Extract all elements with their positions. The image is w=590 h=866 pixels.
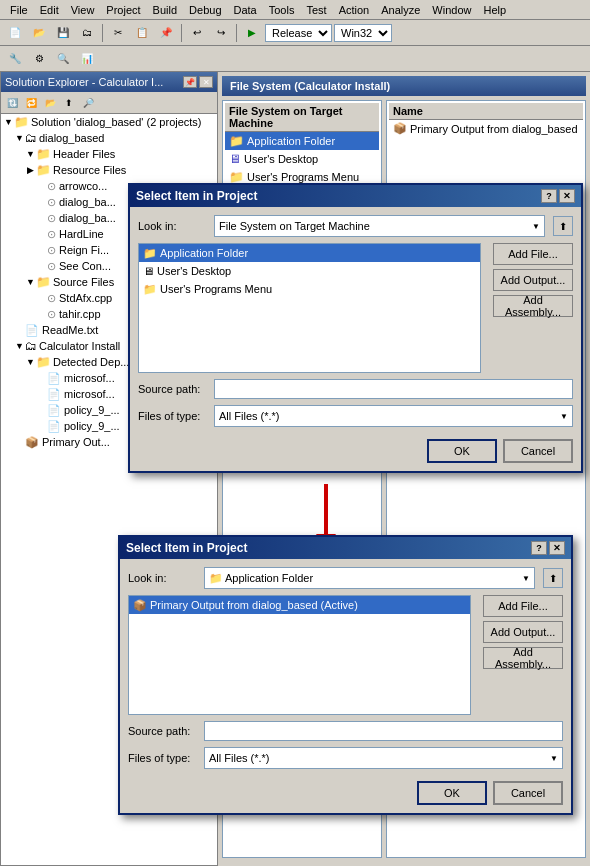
menu-debug[interactable]: Debug — [183, 2, 227, 18]
platform-select[interactable]: Win32 — [334, 24, 392, 42]
undo-button[interactable]: ↩ — [186, 23, 208, 43]
fs-app-folder[interactable]: 📁 Application Folder — [225, 132, 379, 150]
dialog2-source-row: Source path: — [128, 721, 563, 741]
new-button[interactable]: 📄 — [4, 23, 26, 43]
menu-analyze[interactable]: Analyze — [375, 2, 426, 18]
d2-appfolder-icon: 📁 — [209, 572, 223, 585]
panel-tb-btn3[interactable]: 📂 — [41, 94, 59, 112]
dialog2-title-btns: ? ✕ — [531, 541, 565, 555]
open-button[interactable]: 📂 — [28, 23, 50, 43]
dialog2-add-file-btn[interactable]: Add File... — [483, 595, 563, 617]
redo-button[interactable]: ↪ — [210, 23, 232, 43]
menu-window[interactable]: Window — [426, 2, 477, 18]
dialog1-help-btn[interactable]: ? — [541, 189, 557, 203]
dialog2-close-btn[interactable]: ✕ — [549, 541, 565, 555]
dialog2-lookin-row: Look in: 📁 Application Folder ▼ ⬆ — [128, 567, 563, 589]
dialog1-filetype-combo[interactable]: All Files (*.*) ▼ — [214, 405, 573, 427]
tree-project[interactable]: ▼ 🗂 dialog_based — [1, 130, 217, 146]
menu-test[interactable]: Test — [300, 2, 332, 18]
save-button[interactable]: 💾 — [52, 23, 74, 43]
rf-toggle[interactable]: ▶ — [25, 165, 36, 175]
dialog1-nav-up[interactable]: ⬆ — [553, 216, 573, 236]
menu-edit[interactable]: Edit — [34, 2, 65, 18]
dialog2-lookin-label: Look in: — [128, 572, 198, 584]
cut-button[interactable]: ✂ — [107, 23, 129, 43]
dialog2: Select Item in Project ? ✕ Look in: 📁 Ap… — [118, 535, 573, 815]
tree-solution[interactable]: ▼ 📁 Solution 'dialog_based' (2 projects) — [1, 114, 217, 130]
dialog1-lookin-label: Look in: — [138, 220, 208, 232]
d1-programs-icon: 📁 — [143, 283, 157, 296]
config-select[interactable]: Release — [265, 24, 332, 42]
dialog1-source-label: Source path: — [138, 383, 208, 395]
dialog2-filetype-row: Files of type: All Files (*.*) ▼ — [128, 747, 563, 769]
dialog1-item-programs[interactable]: 📁 User's Programs Menu — [139, 280, 480, 298]
dialog2-lookin-combo[interactable]: 📁 Application Folder ▼ — [204, 567, 535, 589]
dialog2-add-output-btn[interactable]: Add Output... — [483, 621, 563, 643]
d1-desktop-icon: 🖥 — [143, 265, 154, 277]
menu-help[interactable]: Help — [477, 2, 512, 18]
dialog2-side-btns: Add File... Add Output... Add Assembly..… — [483, 595, 563, 721]
sep2 — [181, 24, 182, 42]
tb2-btn2[interactable]: ⚙ — [28, 49, 50, 69]
copy-button[interactable]: 📋 — [131, 23, 153, 43]
dialog2-nav-up[interactable]: ⬆ — [543, 568, 563, 588]
dialog2-source-input[interactable] — [204, 721, 563, 741]
dialog2-cancel-btn[interactable]: Cancel — [493, 781, 563, 805]
dialog1-title-btns: ? ✕ — [541, 189, 575, 203]
panel-tb-btn2[interactable]: 🔁 — [22, 94, 40, 112]
dialog1: Select Item in Project ? ✕ Look in: File… — [128, 183, 583, 473]
toolbar-main: 📄 📂 💾 🗂 ✂ 📋 📌 ↩ ↪ ▶ Release Win32 — [0, 20, 590, 46]
sf-toggle[interactable]: ▼ — [25, 277, 36, 287]
menu-action[interactable]: Action — [333, 2, 376, 18]
menu-build[interactable]: Build — [147, 2, 183, 18]
dialog2-add-assembly-btn[interactable]: Add Assembly... — [483, 647, 563, 669]
dialog2-filetype-arrow: ▼ — [550, 754, 558, 763]
dialog1-item-appfolder[interactable]: 📁 Application Folder — [139, 244, 480, 262]
dialog2-titlebar: Select Item in Project ? ✕ — [120, 537, 571, 559]
fs-primary-output[interactable]: 📦 Primary Output from dialog_based — [389, 120, 583, 137]
menu-project[interactable]: Project — [100, 2, 146, 18]
dialog1-add-output-btn[interactable]: Add Output... — [493, 269, 573, 291]
calc-toggle[interactable]: ▼ — [14, 341, 25, 351]
dialog2-filetype-combo[interactable]: All Files (*.*) ▼ — [204, 747, 563, 769]
menu-tools[interactable]: Tools — [263, 2, 301, 18]
fs-desktop[interactable]: 🖥 User's Desktop — [225, 150, 379, 168]
dd-toggle[interactable]: ▼ — [25, 357, 36, 367]
dialog2-ok-btn[interactable]: OK — [417, 781, 487, 805]
tb2-btn4[interactable]: 📊 — [76, 49, 98, 69]
dialog1-item-desktop[interactable]: 🖥 User's Desktop — [139, 262, 480, 280]
run-button[interactable]: ▶ — [241, 23, 263, 43]
dialog1-cancel-btn[interactable]: Cancel — [503, 439, 573, 463]
panel-tb-btn1[interactable]: 🔃 — [3, 94, 21, 112]
menu-view[interactable]: View — [65, 2, 101, 18]
dialog1-lookin-arrow: ▼ — [532, 222, 540, 231]
fs-right-header: Name — [389, 103, 583, 120]
panel-tb-btn5[interactable]: 🔎 — [79, 94, 97, 112]
tb2-btn1[interactable]: 🔧 — [4, 49, 26, 69]
dialog2-listbox[interactable]: 📦 Primary Output from dialog_based (Acti… — [128, 595, 471, 715]
paste-button[interactable]: 📌 — [155, 23, 177, 43]
tree-header-files[interactable]: ▼ 📁 Header Files — [1, 146, 217, 162]
panel-close-btn[interactable]: ✕ — [199, 76, 213, 88]
dialog1-source-input[interactable] — [214, 379, 573, 399]
dialog2-help-btn[interactable]: ? — [531, 541, 547, 555]
menu-file[interactable]: File — [4, 2, 34, 18]
dialog1-close-btn[interactable]: ✕ — [559, 189, 575, 203]
solution-toggle[interactable]: ▼ — [3, 117, 14, 127]
panel-pin-btn[interactable]: 📌 — [183, 76, 197, 88]
dialog1-ok-btn[interactable]: OK — [427, 439, 497, 463]
dialog2-list-area: 📦 Primary Output from dialog_based (Acti… — [128, 595, 563, 721]
dialog1-add-assembly-btn[interactable]: Add Assembly... — [493, 295, 573, 317]
dialog1-add-file-btn[interactable]: Add File... — [493, 243, 573, 265]
hf-toggle[interactable]: ▼ — [25, 149, 36, 159]
dialog1-listbox[interactable]: 📁 Application Folder 🖥 User's Desktop 📁 … — [138, 243, 481, 373]
dialog2-item-primary[interactable]: 📦 Primary Output from dialog_based (Acti… — [129, 596, 470, 614]
app-folder-icon: 📁 — [229, 134, 244, 148]
panel-tb-btn4[interactable]: ⬆ — [60, 94, 78, 112]
project-toggle[interactable]: ▼ — [14, 133, 25, 143]
menu-data[interactable]: Data — [228, 2, 263, 18]
save-all-button[interactable]: 🗂 — [76, 23, 98, 43]
tree-resource-files[interactable]: ▶ 📁 Resource Files — [1, 162, 217, 178]
dialog1-lookin-combo[interactable]: File System on Target Machine ▼ — [214, 215, 545, 237]
tb2-btn3[interactable]: 🔍 — [52, 49, 74, 69]
